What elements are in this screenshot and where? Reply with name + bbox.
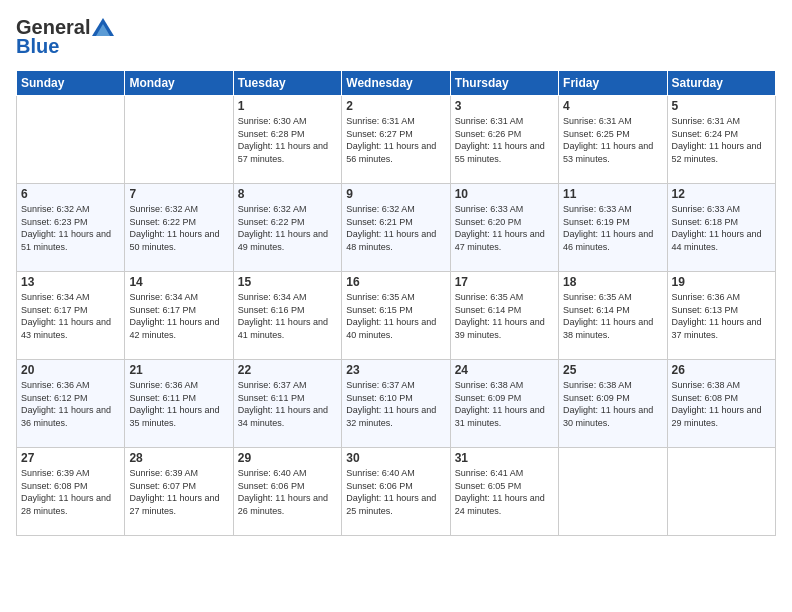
calendar-cell: 17Sunrise: 6:35 AMSunset: 6:14 PMDayligh… (450, 272, 558, 360)
calendar-cell (17, 96, 125, 184)
calendar-cell: 23Sunrise: 6:37 AMSunset: 6:10 PMDayligh… (342, 360, 450, 448)
logo-icon (92, 18, 114, 36)
calendar-cell: 22Sunrise: 6:37 AMSunset: 6:11 PMDayligh… (233, 360, 341, 448)
day-info: Sunrise: 6:33 AMSunset: 6:20 PMDaylight:… (455, 203, 554, 253)
day-number: 4 (563, 99, 662, 113)
day-info: Sunrise: 6:39 AMSunset: 6:07 PMDaylight:… (129, 467, 228, 517)
day-number: 13 (21, 275, 120, 289)
day-number: 14 (129, 275, 228, 289)
day-number: 26 (672, 363, 771, 377)
day-number: 5 (672, 99, 771, 113)
day-info: Sunrise: 6:37 AMSunset: 6:11 PMDaylight:… (238, 379, 337, 429)
day-info: Sunrise: 6:34 AMSunset: 6:17 PMDaylight:… (129, 291, 228, 341)
day-info: Sunrise: 6:36 AMSunset: 6:12 PMDaylight:… (21, 379, 120, 429)
day-info: Sunrise: 6:32 AMSunset: 6:22 PMDaylight:… (238, 203, 337, 253)
calendar-cell: 7Sunrise: 6:32 AMSunset: 6:22 PMDaylight… (125, 184, 233, 272)
calendar-cell (559, 448, 667, 536)
day-number: 24 (455, 363, 554, 377)
calendar-cell: 4Sunrise: 6:31 AMSunset: 6:25 PMDaylight… (559, 96, 667, 184)
day-info: Sunrise: 6:36 AMSunset: 6:11 PMDaylight:… (129, 379, 228, 429)
day-info: Sunrise: 6:35 AMSunset: 6:14 PMDaylight:… (563, 291, 662, 341)
header-cell-sunday: Sunday (17, 71, 125, 96)
day-number: 25 (563, 363, 662, 377)
header-cell-saturday: Saturday (667, 71, 775, 96)
logo: General Blue (16, 16, 114, 58)
calendar-cell: 21Sunrise: 6:36 AMSunset: 6:11 PMDayligh… (125, 360, 233, 448)
day-number: 17 (455, 275, 554, 289)
header-row: SundayMondayTuesdayWednesdayThursdayFrid… (17, 71, 776, 96)
day-info: Sunrise: 6:41 AMSunset: 6:05 PMDaylight:… (455, 467, 554, 517)
calendar-header: SundayMondayTuesdayWednesdayThursdayFrid… (17, 71, 776, 96)
calendar-cell: 3Sunrise: 6:31 AMSunset: 6:26 PMDaylight… (450, 96, 558, 184)
day-number: 20 (21, 363, 120, 377)
day-info: Sunrise: 6:38 AMSunset: 6:08 PMDaylight:… (672, 379, 771, 429)
calendar-cell: 13Sunrise: 6:34 AMSunset: 6:17 PMDayligh… (17, 272, 125, 360)
day-info: Sunrise: 6:40 AMSunset: 6:06 PMDaylight:… (238, 467, 337, 517)
day-number: 31 (455, 451, 554, 465)
day-info: Sunrise: 6:34 AMSunset: 6:17 PMDaylight:… (21, 291, 120, 341)
page-header: General Blue (16, 16, 776, 58)
calendar-cell: 24Sunrise: 6:38 AMSunset: 6:09 PMDayligh… (450, 360, 558, 448)
day-info: Sunrise: 6:31 AMSunset: 6:26 PMDaylight:… (455, 115, 554, 165)
calendar-cell: 9Sunrise: 6:32 AMSunset: 6:21 PMDaylight… (342, 184, 450, 272)
calendar-cell: 15Sunrise: 6:34 AMSunset: 6:16 PMDayligh… (233, 272, 341, 360)
calendar-cell: 31Sunrise: 6:41 AMSunset: 6:05 PMDayligh… (450, 448, 558, 536)
day-number: 10 (455, 187, 554, 201)
calendar-week-4: 27Sunrise: 6:39 AMSunset: 6:08 PMDayligh… (17, 448, 776, 536)
day-info: Sunrise: 6:38 AMSunset: 6:09 PMDaylight:… (455, 379, 554, 429)
calendar-cell: 18Sunrise: 6:35 AMSunset: 6:14 PMDayligh… (559, 272, 667, 360)
day-number: 16 (346, 275, 445, 289)
day-info: Sunrise: 6:30 AMSunset: 6:28 PMDaylight:… (238, 115, 337, 165)
day-number: 15 (238, 275, 337, 289)
calendar-cell: 30Sunrise: 6:40 AMSunset: 6:06 PMDayligh… (342, 448, 450, 536)
day-info: Sunrise: 6:35 AMSunset: 6:14 PMDaylight:… (455, 291, 554, 341)
day-info: Sunrise: 6:32 AMSunset: 6:22 PMDaylight:… (129, 203, 228, 253)
day-number: 21 (129, 363, 228, 377)
day-number: 29 (238, 451, 337, 465)
day-number: 7 (129, 187, 228, 201)
calendar-cell: 28Sunrise: 6:39 AMSunset: 6:07 PMDayligh… (125, 448, 233, 536)
calendar-week-3: 20Sunrise: 6:36 AMSunset: 6:12 PMDayligh… (17, 360, 776, 448)
day-number: 11 (563, 187, 662, 201)
calendar-cell: 5Sunrise: 6:31 AMSunset: 6:24 PMDaylight… (667, 96, 775, 184)
calendar-cell: 14Sunrise: 6:34 AMSunset: 6:17 PMDayligh… (125, 272, 233, 360)
calendar-week-0: 1Sunrise: 6:30 AMSunset: 6:28 PMDaylight… (17, 96, 776, 184)
day-number: 1 (238, 99, 337, 113)
day-number: 18 (563, 275, 662, 289)
calendar-cell: 29Sunrise: 6:40 AMSunset: 6:06 PMDayligh… (233, 448, 341, 536)
calendar-cell: 11Sunrise: 6:33 AMSunset: 6:19 PMDayligh… (559, 184, 667, 272)
day-number: 19 (672, 275, 771, 289)
day-number: 3 (455, 99, 554, 113)
calendar-cell: 20Sunrise: 6:36 AMSunset: 6:12 PMDayligh… (17, 360, 125, 448)
day-info: Sunrise: 6:38 AMSunset: 6:09 PMDaylight:… (563, 379, 662, 429)
calendar-cell: 8Sunrise: 6:32 AMSunset: 6:22 PMDaylight… (233, 184, 341, 272)
calendar-week-1: 6Sunrise: 6:32 AMSunset: 6:23 PMDaylight… (17, 184, 776, 272)
calendar-cell (667, 448, 775, 536)
header-cell-monday: Monday (125, 71, 233, 96)
day-info: Sunrise: 6:36 AMSunset: 6:13 PMDaylight:… (672, 291, 771, 341)
day-info: Sunrise: 6:35 AMSunset: 6:15 PMDaylight:… (346, 291, 445, 341)
calendar-cell (125, 96, 233, 184)
calendar-cell: 26Sunrise: 6:38 AMSunset: 6:08 PMDayligh… (667, 360, 775, 448)
day-info: Sunrise: 6:33 AMSunset: 6:18 PMDaylight:… (672, 203, 771, 253)
calendar-table: SundayMondayTuesdayWednesdayThursdayFrid… (16, 70, 776, 536)
calendar-cell: 27Sunrise: 6:39 AMSunset: 6:08 PMDayligh… (17, 448, 125, 536)
day-number: 23 (346, 363, 445, 377)
calendar-body: 1Sunrise: 6:30 AMSunset: 6:28 PMDaylight… (17, 96, 776, 536)
day-info: Sunrise: 6:31 AMSunset: 6:24 PMDaylight:… (672, 115, 771, 165)
calendar-cell: 10Sunrise: 6:33 AMSunset: 6:20 PMDayligh… (450, 184, 558, 272)
day-info: Sunrise: 6:40 AMSunset: 6:06 PMDaylight:… (346, 467, 445, 517)
day-info: Sunrise: 6:31 AMSunset: 6:25 PMDaylight:… (563, 115, 662, 165)
day-number: 30 (346, 451, 445, 465)
day-number: 9 (346, 187, 445, 201)
calendar-cell: 25Sunrise: 6:38 AMSunset: 6:09 PMDayligh… (559, 360, 667, 448)
day-number: 28 (129, 451, 228, 465)
calendar-cell: 2Sunrise: 6:31 AMSunset: 6:27 PMDaylight… (342, 96, 450, 184)
day-number: 12 (672, 187, 771, 201)
day-number: 6 (21, 187, 120, 201)
day-number: 2 (346, 99, 445, 113)
calendar-cell: 1Sunrise: 6:30 AMSunset: 6:28 PMDaylight… (233, 96, 341, 184)
calendar-cell: 19Sunrise: 6:36 AMSunset: 6:13 PMDayligh… (667, 272, 775, 360)
day-info: Sunrise: 6:33 AMSunset: 6:19 PMDaylight:… (563, 203, 662, 253)
day-info: Sunrise: 6:31 AMSunset: 6:27 PMDaylight:… (346, 115, 445, 165)
